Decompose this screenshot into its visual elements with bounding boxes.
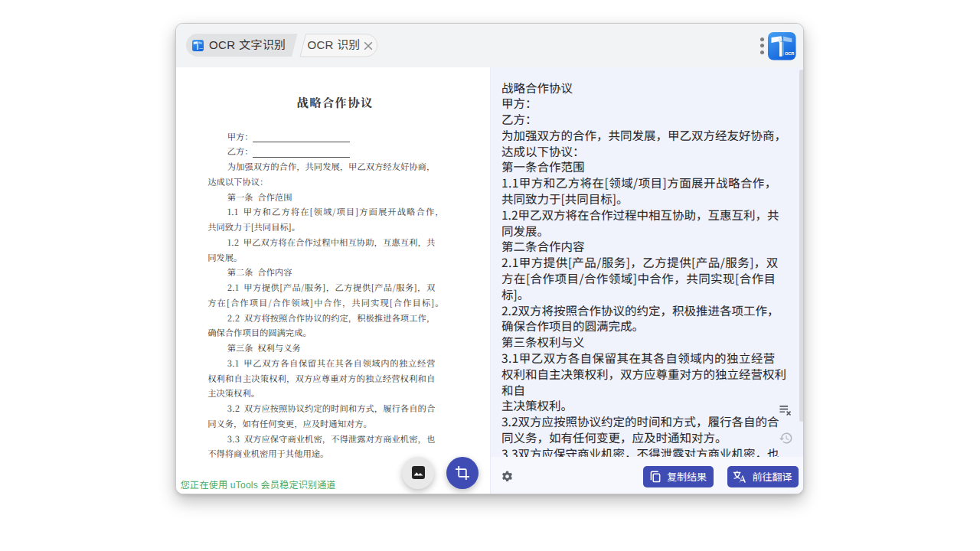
svg-text:OCR: OCR bbox=[785, 51, 795, 56]
svg-text:OCR: OCR bbox=[199, 47, 203, 50]
